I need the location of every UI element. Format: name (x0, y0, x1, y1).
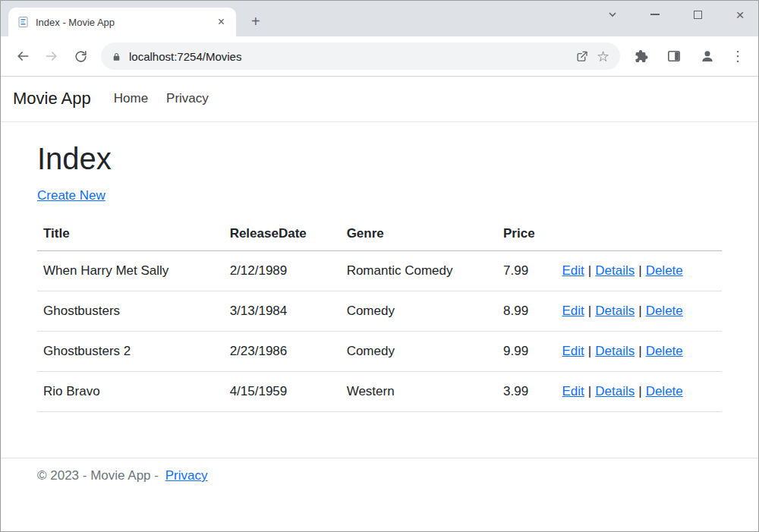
browser-menu-icon[interactable]: ⋮ (726, 48, 749, 65)
forward-icon[interactable] (37, 42, 66, 71)
delete-link[interactable]: Delete (646, 263, 683, 278)
create-new-link[interactable]: Create New (37, 188, 106, 203)
action-separator: | (588, 344, 591, 358)
favicon-icon (17, 16, 30, 28)
table-header-genre: Genre (341, 220, 497, 251)
share-icon[interactable] (575, 49, 589, 63)
action-separator: | (638, 384, 641, 398)
reload-icon[interactable] (66, 42, 95, 71)
table-row: Rio Bravo 4/15/1959 Western 3.99 Edit|De… (37, 372, 722, 412)
details-link[interactable]: Details (595, 344, 635, 358)
address-bar[interactable]: localhost:7254/Movies ☆ (101, 42, 620, 70)
cell-price: 8.99 (497, 291, 556, 332)
window-close-button[interactable]: × (734, 8, 746, 20)
back-icon[interactable] (8, 42, 37, 71)
cell-price: 9.99 (497, 332, 556, 372)
browser-tab[interactable]: Index - Movie App × (8, 8, 236, 36)
cell-actions: Edit|Details|Delete (556, 251, 722, 291)
details-link[interactable]: Details (595, 263, 635, 278)
table-header-title: Title (37, 220, 224, 251)
action-separator: | (588, 304, 591, 318)
cell-title: Rio Bravo (37, 372, 224, 412)
action-separator: | (638, 263, 641, 278)
new-tab-button[interactable]: + (247, 12, 265, 30)
table-row: Ghostbusters 2 2/23/1986 Comedy 9.99 Edi… (37, 332, 722, 372)
movies-table: Title ReleaseDate Genre Price When Harry… (37, 220, 722, 412)
page-viewport: Movie App Home Privacy Index Create New … (1, 77, 758, 530)
site-navbar: Movie App Home Privacy (1, 77, 758, 122)
edit-link[interactable]: Edit (562, 384, 584, 398)
copyright-text: © 2023 - Movie App - (37, 468, 159, 483)
browser-window: Index - Movie App × + × (0, 0, 759, 532)
cell-genre: Romantic Comedy (341, 251, 497, 291)
delete-link[interactable]: Delete (646, 304, 683, 318)
table-header-actions (556, 220, 722, 251)
nav-link-privacy[interactable]: Privacy (166, 91, 209, 106)
nav-link-home[interactable]: Home (114, 91, 148, 106)
extensions-puzzle-icon[interactable] (626, 42, 655, 71)
table-header-row: Title ReleaseDate Genre Price (37, 220, 722, 251)
tab-strip: Index - Movie App × + × (1, 1, 758, 36)
action-separator: | (638, 304, 641, 318)
edit-link[interactable]: Edit (562, 263, 584, 278)
browser-toolbar: localhost:7254/Movies ☆ (1, 36, 758, 77)
lock-icon[interactable] (112, 51, 121, 62)
cell-title: Ghostbusters 2 (37, 332, 224, 372)
cell-price: 7.99 (497, 251, 556, 291)
cell-release-date: 2/12/1989 (224, 251, 341, 291)
cell-actions: Edit|Details|Delete (556, 291, 722, 332)
url-text: localhost:7254/Movies (129, 50, 241, 63)
details-link[interactable]: Details (595, 384, 635, 398)
cell-genre: Comedy (341, 291, 497, 332)
maximize-button[interactable] (691, 8, 704, 20)
window-controls: × (606, 8, 746, 20)
page-title: Index (37, 142, 722, 176)
table-header-date: ReleaseDate (224, 220, 341, 251)
cell-price: 3.99 (497, 372, 556, 412)
cell-actions: Edit|Details|Delete (556, 332, 722, 372)
toolbar-right-icons: ⋮ (626, 42, 751, 71)
brand-link[interactable]: Movie App (13, 89, 91, 109)
cell-actions: Edit|Details|Delete (556, 372, 722, 412)
delete-link[interactable]: Delete (646, 384, 683, 398)
edit-link[interactable]: Edit (562, 304, 584, 318)
cell-genre: Western (341, 372, 497, 412)
minimize-button[interactable] (649, 8, 661, 20)
delete-link[interactable]: Delete (646, 344, 683, 358)
edit-link[interactable]: Edit (562, 344, 584, 358)
cell-title: Ghostbusters (37, 291, 224, 332)
table-row: When Harry Met Sally 2/12/1989 Romantic … (37, 251, 722, 291)
tab-search-chevron-icon[interactable] (606, 8, 619, 20)
action-separator: | (588, 263, 591, 278)
site-footer: © 2023 - Movie App - Privacy (1, 458, 758, 483)
table-row: Ghostbusters 3/13/1984 Comedy 8.99 Edit|… (37, 291, 722, 332)
footer-privacy-link[interactable]: Privacy (165, 468, 208, 483)
table-header-price: Price (497, 220, 556, 251)
details-link[interactable]: Details (595, 304, 635, 318)
tab-close-icon[interactable]: × (214, 14, 228, 30)
cell-release-date: 4/15/1959 (224, 372, 341, 412)
action-separator: | (588, 384, 591, 398)
profile-avatar-icon[interactable] (693, 42, 722, 71)
cell-genre: Comedy (341, 332, 497, 372)
tab-title: Index - Movie App (36, 17, 208, 28)
cell-release-date: 2/23/1986 (224, 332, 341, 372)
cell-release-date: 3/13/1984 (224, 291, 341, 332)
bookmark-star-icon[interactable]: ☆ (597, 49, 609, 64)
cell-title: When Harry Met Sally (37, 251, 224, 291)
side-panel-icon[interactable] (660, 42, 688, 71)
action-separator: | (638, 344, 641, 358)
main-content: Index Create New Title ReleaseDate Genre… (1, 142, 758, 412)
